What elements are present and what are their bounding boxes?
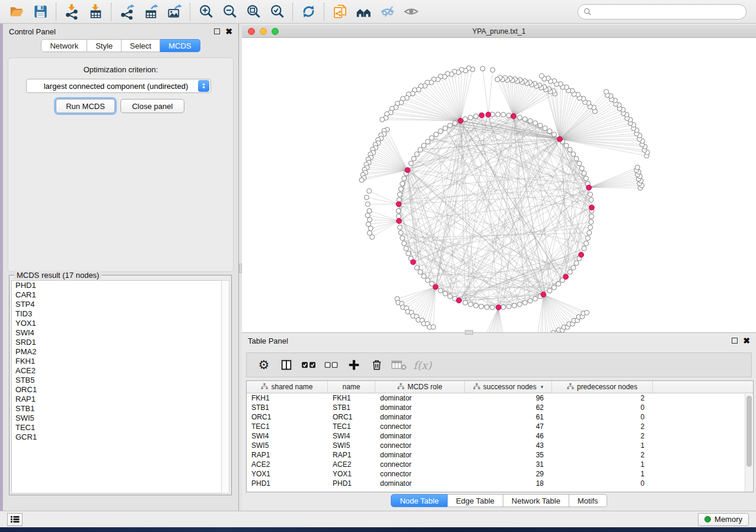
tab-style[interactable]: Style [87, 39, 122, 52]
zoom-out-button[interactable] [218, 2, 241, 22]
mcds-result-item[interactable]: STB1 [12, 404, 222, 414]
search-box[interactable] [578, 4, 747, 20]
float-panel-icon[interactable] [214, 28, 220, 34]
mcds-result-item[interactable]: RAP1 [12, 395, 222, 404]
table-scrollbar[interactable] [745, 394, 752, 492]
table-row[interactable]: YOX1YOX1connector291 [247, 469, 753, 479]
mcds-result-item[interactable]: SWI4 [12, 328, 222, 338]
export-image-button[interactable] [162, 2, 186, 22]
table-options-gear-button[interactable]: ⚙ [254, 355, 274, 375]
open-file-button[interactable] [5, 2, 28, 22]
column-header-predecessor-nodes[interactable]: predecessor nodes [552, 381, 653, 393]
zoom-in-button[interactable] [194, 2, 218, 22]
table-row[interactable]: FKH1FKH1dominator962 [247, 393, 753, 403]
column-header-shared-name[interactable]: shared name [247, 381, 328, 393]
table-row[interactable]: PHD1PHD1dominator180 [247, 479, 753, 488]
window-minimize-traffic-light[interactable] [260, 28, 267, 35]
deselect-all-rows-button[interactable] [321, 355, 342, 375]
clone-network-button[interactable] [328, 2, 352, 22]
table-tab-edge-table[interactable]: Edge Table [448, 494, 503, 507]
table-row[interactable]: TEC1TEC1connector472 [247, 422, 753, 431]
memory-status-dot [704, 516, 711, 523]
hide-selected-button[interactable] [375, 2, 399, 22]
table-row[interactable]: ACE2ACE2connector311 [247, 460, 753, 469]
table-row[interactable]: SWI5SWI5connector431 [247, 441, 753, 450]
zoom-selected-button[interactable] [265, 2, 289, 22]
table-row[interactable]: RAP1RAP1dominator352 [247, 450, 753, 460]
show-all-button[interactable] [399, 2, 423, 22]
column-header-MCDS-role[interactable]: MCDS role [375, 381, 465, 393]
zoom-fit-button[interactable] [241, 2, 265, 22]
import-table-button[interactable] [84, 2, 107, 22]
save-session-button[interactable] [28, 2, 52, 22]
window-zoom-traffic-light[interactable] [272, 28, 279, 35]
table-cell: ACE2 [328, 460, 375, 469]
table-tab-motifs[interactable]: Motifs [569, 494, 607, 507]
mcds-result-item[interactable]: PMA2 [12, 347, 222, 357]
table-tab-network-table[interactable]: Network Table [503, 494, 569, 507]
export-network-button[interactable] [115, 2, 139, 22]
select-all-rows-button[interactable] [299, 355, 319, 375]
run-mcds-button[interactable]: Run MCDS [56, 99, 115, 113]
mcds-result-item[interactable]: PHD1 [12, 281, 222, 290]
tab-network[interactable]: Network [41, 39, 87, 52]
mcds-result-item[interactable]: STP4 [12, 300, 222, 309]
mcds-result-item[interactable]: TID3 [12, 309, 222, 319]
table-cell: dominator [375, 450, 465, 460]
table-cell: YOX1 [328, 469, 375, 479]
mcds-result-groupbox: MCDS result (17 nodes) PHD1CAR1STP4TID3Y… [9, 275, 232, 495]
toolbar-separator [56, 3, 56, 21]
network-canvas[interactable] [242, 38, 756, 332]
tab-mcds[interactable]: MCDS [160, 39, 200, 52]
mcds-result-item[interactable]: STB5 [12, 376, 222, 385]
table-cell: STB1 [247, 403, 328, 412]
mcds-result-list[interactable]: PHD1CAR1STP4TID3YOX1SWI4SRD1PMA2FKH1ACE2… [11, 280, 222, 493]
mcds-result-item[interactable]: GCR1 [12, 432, 222, 442]
add-column-button[interactable] [344, 355, 364, 375]
delete-row-button[interactable] [366, 355, 387, 375]
column-header-successor-nodes[interactable]: successor nodes▾ [465, 381, 552, 393]
first-neighbors-button[interactable] [352, 2, 375, 22]
column-tree-icon [473, 383, 480, 392]
window-close-traffic-light[interactable] [248, 28, 255, 35]
mcds-result-item[interactable]: YOX1 [12, 319, 222, 328]
mcds-result-scrollbar[interactable] [221, 280, 229, 493]
mcds-result-item[interactable]: FKH1 [12, 357, 222, 366]
mcds-result-item[interactable]: SWI5 [12, 414, 222, 423]
table-cell: 2 [552, 431, 653, 441]
mcds-result-item[interactable]: CAR1 [12, 290, 222, 300]
panel-menu-button[interactable] [7, 513, 23, 526]
search-input[interactable] [595, 7, 741, 16]
mcds-result-item[interactable]: ACE2 [12, 366, 222, 376]
table-row[interactable]: SWI4SWI4dominator462 [247, 431, 753, 441]
float-table-panel-icon[interactable] [732, 338, 738, 344]
refresh-button[interactable] [296, 2, 320, 22]
import-network-button[interactable] [60, 2, 84, 22]
table-cell: ORC1 [328, 412, 375, 422]
horizontal-split-handle[interactable] [465, 330, 473, 335]
tab-select[interactable]: Select [122, 39, 160, 52]
show-columns-button[interactable] [276, 355, 296, 375]
table-cell: connector [375, 441, 465, 450]
table-row[interactable]: STB1STB1dominator620 [247, 403, 753, 412]
memory-button[interactable]: Memory [698, 513, 749, 526]
mcds-result-item[interactable]: ORC1 [12, 385, 222, 395]
table-row[interactable]: ORC1ORC1dominator610 [247, 412, 753, 422]
close-panel-icon[interactable]: ✖ [225, 27, 232, 36]
close-table-panel-icon[interactable]: ✖ [743, 336, 750, 345]
table-cell: 62 [465, 403, 552, 412]
table-cell: 0 [552, 403, 653, 412]
table-header-row: shared namenameMCDS rolesuccessor nodes▾… [247, 381, 753, 393]
table-scrollbar-thumb[interactable] [747, 396, 752, 467]
close-panel-button[interactable]: Close panel [120, 99, 184, 113]
column-header-name[interactable]: name [328, 381, 375, 393]
table-tab-node-table[interactable]: Node Table [391, 494, 448, 507]
table-body: FKH1FKH1dominator962STB1STB1dominator620… [247, 393, 753, 488]
table-cell: 1 [552, 460, 653, 469]
export-table-button[interactable] [139, 2, 162, 22]
mcds-result-item[interactable]: SRD1 [12, 338, 222, 347]
table-cell: ORC1 [247, 412, 328, 422]
mcds-result-item[interactable]: TEC1 [12, 423, 222, 432]
criterion-dropdown-value: largest connected component (undirected) [27, 82, 198, 91]
criterion-dropdown[interactable]: largest connected component (undirected)… [26, 79, 211, 93]
